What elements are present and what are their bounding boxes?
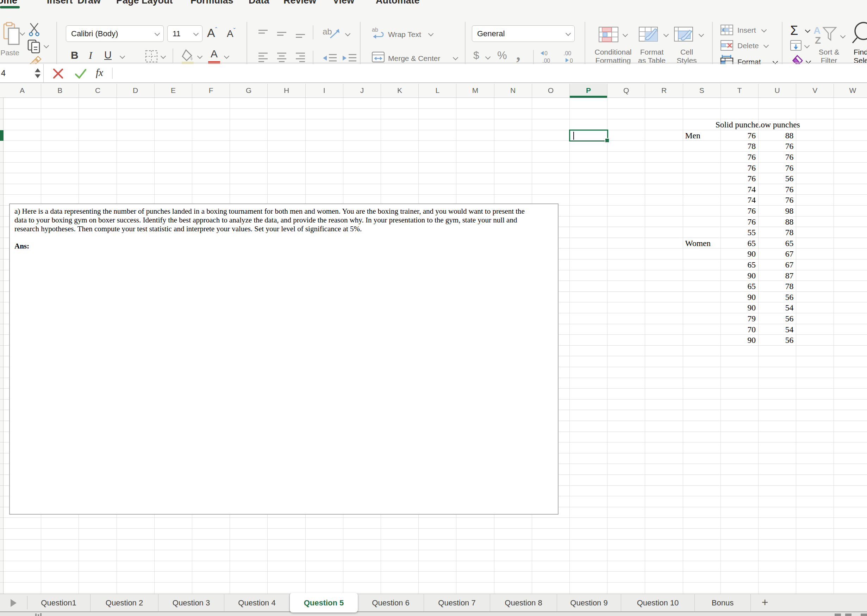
column-header-T[interactable]: T: [721, 84, 758, 98]
increase-indent-icon[interactable]: [342, 53, 357, 63]
column-header-I[interactable]: I: [306, 84, 343, 98]
ribbon-tab-automate[interactable]: Automate: [376, 0, 420, 6]
table-cell-solid[interactable]: 65: [721, 259, 758, 270]
ribbon-tab-page-layout[interactable]: Page Layout: [116, 0, 173, 6]
font-color-button[interactable]: A: [208, 48, 220, 60]
column-header-J[interactable]: J: [343, 84, 381, 98]
column-header-Q[interactable]: Q: [607, 84, 645, 98]
status-icon[interactable]: [35, 614, 37, 616]
table-cell-solid[interactable]: 90: [721, 302, 758, 313]
format-as-table-label[interactable]: Formatas Table: [638, 48, 666, 65]
sheet-tab-bonus[interactable]: Bonus: [695, 594, 751, 611]
cell-styles-chevron-icon[interactable]: [699, 32, 704, 37]
formula-input[interactable]: [116, 64, 867, 82]
column-header-O[interactable]: O: [532, 84, 570, 98]
copy-chevron-icon[interactable]: [44, 43, 49, 49]
cut-icon[interactable]: [29, 22, 40, 37]
ribbon-tab-home[interactable]: Home: [0, 0, 17, 6]
table-cell-low[interactable]: 54: [758, 324, 796, 335]
column-header-A[interactable]: A: [3, 84, 41, 98]
column-header-C[interactable]: C: [79, 84, 116, 98]
align-left-icon[interactable]: [258, 52, 268, 63]
column-header-B[interactable]: B: [41, 84, 79, 98]
ribbon-tab-review[interactable]: Review: [283, 0, 316, 6]
decrease-indent-icon[interactable]: [323, 53, 337, 63]
sheet-tab-question-2[interactable]: Question 2: [91, 594, 159, 611]
table-cell-low[interactable]: 98: [758, 206, 796, 217]
table-cell-low[interactable]: 56: [758, 173, 796, 184]
column-header-H[interactable]: H: [267, 84, 305, 98]
table-group-label-men[interactable]: Men: [685, 130, 721, 141]
status-icon[interactable]: [40, 613, 42, 616]
column-header-P[interactable]: P: [570, 84, 607, 98]
find-select-icon[interactable]: [851, 21, 867, 46]
insert-chevron-icon[interactable]: [762, 27, 767, 33]
spreadsheet-grid[interactable]: Solid punchesLow punchesMen7688787676767…: [3, 98, 867, 594]
table-cell-low[interactable]: 76: [758, 163, 796, 174]
table-cell-solid[interactable]: 70: [721, 324, 758, 335]
decrease-font-button[interactable]: Aˇ: [227, 28, 236, 39]
table-cell-low[interactable]: 88: [758, 217, 796, 227]
autosum-button[interactable]: Σ: [790, 23, 798, 38]
sheet-tab-question-3[interactable]: Question 3: [159, 594, 224, 611]
paste-label[interactable]: Paste: [0, 49, 20, 57]
conditional-formatting-icon[interactable]: [599, 27, 618, 42]
fill-handle-icon[interactable]: [605, 138, 610, 143]
table-cell-solid[interactable]: 65: [721, 281, 758, 292]
conditional-formatting-chevron-icon[interactable]: [623, 32, 628, 37]
insert-label[interactable]: Insert: [737, 26, 756, 35]
column-header-D[interactable]: D: [117, 84, 154, 98]
sheet-tab-question-6[interactable]: Question 6: [358, 594, 424, 611]
table-cell-solid[interactable]: 78: [721, 141, 758, 152]
percent-button[interactable]: %: [497, 49, 507, 62]
column-header-L[interactable]: L: [419, 84, 456, 98]
table-cell-solid[interactable]: 74: [721, 184, 758, 195]
table-cell-solid[interactable]: 90: [721, 248, 758, 259]
format-as-table-icon[interactable]: [639, 27, 659, 43]
currency-chevron-icon[interactable]: [485, 54, 491, 60]
underline-chevron-icon[interactable]: [120, 53, 125, 59]
column-header-F[interactable]: F: [192, 84, 230, 98]
paste-icon[interactable]: [3, 22, 20, 47]
name-box-down-icon[interactable]: [35, 74, 41, 78]
fill-color-icon[interactable]: [181, 49, 195, 64]
merge-center-label[interactable]: Merge & Center: [388, 54, 440, 63]
table-cell-solid[interactable]: 76: [721, 206, 758, 217]
font-color-chevron-icon[interactable]: [224, 53, 230, 59]
table-cell-solid[interactable]: 90: [721, 270, 758, 281]
italic-button[interactable]: I: [89, 49, 92, 61]
bold-button[interactable]: B: [71, 49, 79, 61]
table-cell-low[interactable]: 76: [758, 195, 796, 206]
selected-cell[interactable]: [569, 130, 608, 142]
insert-function-icon[interactable]: fx: [96, 67, 103, 79]
comma-button[interactable]: ,: [516, 45, 521, 64]
table-cell-solid[interactable]: 90: [721, 335, 758, 346]
align-right-icon[interactable]: [296, 52, 305, 63]
table-cell-solid[interactable]: 76: [721, 152, 758, 163]
sheet-tab-question1[interactable]: Question1: [27, 594, 91, 611]
column-header-M[interactable]: M: [456, 84, 494, 98]
fill-chevron-icon[interactable]: [804, 43, 810, 49]
find-select-label[interactable]: FindSele: [854, 48, 867, 65]
sort-filter-icon[interactable]: A Z: [813, 25, 837, 46]
sort-filter-chevron-icon[interactable]: [840, 33, 846, 39]
sheet-tab-question-5[interactable]: Question 5: [290, 593, 358, 613]
decrease-decimal-icon[interactable]: 0 .00: [540, 50, 556, 64]
table-cell-low[interactable]: 76: [758, 184, 796, 195]
merge-center-icon[interactable]: [372, 51, 384, 63]
currency-button[interactable]: $: [473, 49, 479, 61]
column-header-S[interactable]: S: [683, 84, 721, 98]
table-header-solid-punches[interactable]: Solid punches: [716, 119, 758, 130]
table-cell-low[interactable]: 76: [758, 152, 796, 163]
table-cell-low[interactable]: 56: [758, 313, 796, 324]
wrap-text-label[interactable]: Wrap Text: [388, 30, 421, 39]
sheet-tab-question-9[interactable]: Question 9: [557, 594, 621, 611]
table-cell-low[interactable]: 78: [758, 227, 796, 238]
table-cell-low[interactable]: 87: [758, 270, 796, 281]
view-icon[interactable]: [835, 614, 841, 616]
ribbon-tab-formulas[interactable]: Formulas: [190, 0, 233, 6]
insert-cells-icon[interactable]: [721, 25, 734, 36]
autosum-chevron-icon[interactable]: [805, 27, 811, 33]
column-header-U[interactable]: U: [758, 84, 796, 98]
sheet-nav-icon[interactable]: [11, 599, 17, 607]
